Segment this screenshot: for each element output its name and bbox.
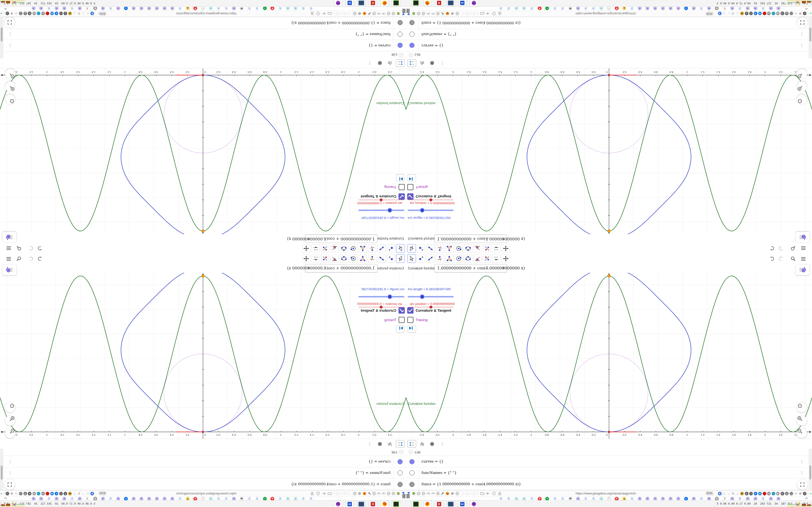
tool-move-button[interactable] — [407, 244, 416, 252]
row-kebab-icon[interactable]: ⋮ — [8, 459, 12, 464]
bookmark-yandex-icon[interactable]: Я — [271, 6, 274, 10]
tool-polygon-button[interactable] — [359, 244, 367, 252]
tray-expand-icon[interactable] — [3, 496, 8, 500]
more-options-button[interactable]: ⋮ — [365, 440, 374, 448]
algebra-panel-toggle-button[interactable] — [796, 265, 810, 275]
tool-reflect-about-line-button[interactable] — [483, 255, 491, 263]
tool-point-button[interactable]: A — [417, 255, 425, 263]
bookmark-google-icon[interactable]: G — [301, 6, 305, 10]
visibility-marble-white[interactable] — [398, 470, 403, 475]
bookmark-google-icon[interactable]: G — [699, 6, 703, 10]
tool-move-graphics-view-button[interactable] — [302, 244, 310, 252]
bookmark-flower-icon[interactable]: ✱ — [692, 6, 696, 10]
extension-badge-dark-icon[interactable]: U — [780, 491, 785, 496]
bookmark-wikipedia-icon[interactable]: W — [568, 6, 572, 10]
bookmark-yandex-icon[interactable]: Я — [615, 6, 619, 10]
search-icon[interactable] — [15, 245, 22, 251]
shield-icon[interactable] — [492, 11, 496, 16]
tool-polygon-button[interactable] — [445, 244, 453, 252]
more-options-button[interactable]: ⋮ — [365, 59, 374, 67]
settings-button[interactable] — [428, 59, 437, 67]
bookmark-photos-icon[interactable]: ▲ — [622, 6, 626, 10]
bookmark-fmath-icon[interactable]: f — [723, 6, 726, 10]
bookmark-google-icon[interactable]: G — [584, 6, 588, 10]
arc-length-slider-handle[interactable] — [420, 208, 424, 213]
extension-pen-icon[interactable]: ✐ — [740, 491, 745, 496]
extension-pen-icon[interactable]: ✐ — [740, 11, 745, 16]
row-kebab-icon[interactable]: ⋮ — [8, 32, 12, 37]
globe-icon[interactable] — [421, 11, 426, 16]
bookmark-globe-icon[interactable]: ● — [286, 6, 290, 10]
zoom-in-button[interactable] — [5, 415, 15, 426]
algebra-row[interactable]: curves = {}⋮ — [0, 456, 406, 467]
tree-view-button[interactable] — [396, 59, 405, 67]
extension-wrench-icon[interactable]: ✙ — [798, 491, 803, 496]
collapse-icon[interactable]: − — [399, 450, 403, 454]
bookmark-flower-icon[interactable]: ✱ — [661, 6, 665, 10]
extension-down-blue-icon[interactable]: ▾ — [50, 11, 55, 16]
fullscreen-button[interactable] — [4, 479, 15, 490]
row-kebab-icon[interactable]: ⋮ — [800, 43, 804, 48]
undo-icon[interactable] — [768, 245, 775, 251]
extension-globe-gray-icon[interactable]: ● — [18, 491, 23, 496]
tool-polygon-button[interactable] — [359, 255, 367, 263]
algebra-expression[interactable]: funcs = {1.000000000000 + cos(4.00000000… — [421, 21, 521, 25]
extension-badge-dark-icon[interactable]: U — [27, 491, 32, 496]
taskbar-app-cat-purple[interactable] — [334, 0, 342, 6]
bookmark-flower-icon[interactable]: ✱ — [147, 6, 151, 10]
globe-icon[interactable] — [352, 11, 357, 16]
extension-gear-dark-icon[interactable]: • — [59, 491, 63, 496]
bookmark-flower-icon[interactable]: ✱ — [163, 6, 166, 10]
tray-expand-icon[interactable] — [3, 7, 8, 11]
visibility-marble-violet[interactable] — [409, 459, 414, 464]
taskbar-app-monitor[interactable] — [447, 501, 455, 507]
tool-conic-five-points-button[interactable] — [464, 255, 472, 263]
zoom-out-button[interactable] — [5, 428, 15, 438]
menu-icon[interactable] — [800, 245, 807, 251]
extension-globe-color-icon[interactable]: ● — [36, 491, 41, 496]
bookmark-wave-icon[interactable]: ~ — [545, 6, 549, 10]
zoom-out-button[interactable] — [797, 69, 807, 79]
step-forward-button[interactable] — [396, 325, 404, 332]
visibility-marble-white[interactable] — [409, 470, 414, 475]
tray-expand-icon[interactable] — [804, 7, 809, 11]
row-kebab-icon[interactable]: ⋮ — [800, 32, 804, 37]
bookmark-fmath-icon[interactable]: f — [86, 6, 89, 10]
extension-reload-icon[interactable]: ↻ — [77, 491, 82, 496]
row-kebab-icon[interactable]: ⋮ — [8, 43, 12, 48]
bookmark-flower-icon[interactable]: ✱ — [576, 6, 580, 10]
bookmark-google-icon[interactable]: G — [561, 6, 564, 10]
tracing-checkbox[interactable] — [407, 317, 413, 323]
algebra-expression[interactable]: funcs = {1.000000000000 + cos(4.00000000… — [291, 21, 391, 25]
bookmark-google-icon[interactable]: G — [309, 6, 313, 10]
bookmark-flower-icon[interactable]: ✱ — [170, 6, 174, 10]
home-button[interactable] — [5, 95, 15, 105]
extension-gear-dark-icon[interactable]: • — [802, 491, 807, 496]
row-kebab-icon[interactable]: ⋮ — [8, 470, 12, 475]
step-forward-button[interactable] — [408, 325, 416, 332]
extension-trash-icon[interactable]: ▭ — [767, 491, 771, 496]
algebra-row[interactable]: curves = {}⋮ — [0, 40, 406, 51]
bookmark-flower-icon[interactable]: ✱ — [101, 6, 105, 10]
tool-line-button[interactable] — [426, 244, 435, 252]
extension-star-icon[interactable]: ☆ — [86, 491, 90, 496]
algebra-row[interactable]: funcNames = {" "}⋮ — [406, 467, 812, 478]
tool-reflect-about-line-button[interactable] — [321, 255, 329, 263]
extension-translate-icon[interactable]: A — [90, 491, 95, 496]
globe-icon[interactable] — [372, 491, 376, 496]
visibility-marble-gray[interactable] — [409, 20, 414, 25]
bookmark-google-icon[interactable]: G — [507, 6, 511, 10]
folder-icon[interactable] — [480, 491, 485, 496]
extension-arrow-icon[interactable]: → — [726, 491, 731, 496]
bookmark-flower-icon[interactable]: ✱ — [653, 6, 657, 10]
tool-conic-five-points-button[interactable] — [340, 244, 348, 252]
extension-badge-dark-icon[interactable]: U — [27, 11, 32, 16]
visibility-marble-violet[interactable] — [398, 459, 403, 464]
arc-length-slider[interactable] — [408, 210, 454, 211]
visibility-marble-gray[interactable] — [398, 482, 403, 487]
bookmark-google-icon[interactable]: G — [47, 6, 51, 10]
bookmark-flower-icon[interactable]: ✱ — [746, 6, 750, 10]
bookmark-info-icon[interactable]: i — [201, 6, 205, 10]
bookmark-google-icon[interactable]: G — [738, 6, 742, 10]
globe-icon[interactable] — [386, 491, 391, 496]
